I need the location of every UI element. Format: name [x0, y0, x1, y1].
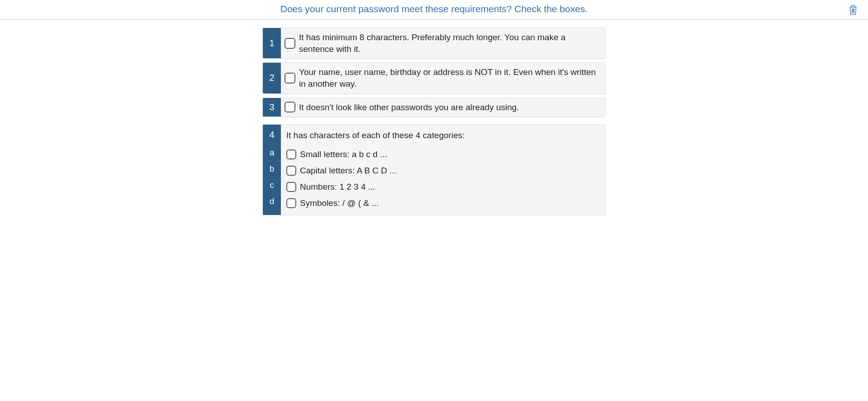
sub-item-b: Capital letters: A B C D ... — [286, 163, 600, 179]
sub-text: Capital letters: A B C D ... — [300, 165, 397, 177]
item-text: Your name, user name, birthday or addres… — [299, 66, 600, 89]
content-area: 1 It has minimum 8 characters. Preferabl… — [262, 28, 606, 215]
sub-item-c: Numbers: 1 2 3 4 ... — [286, 179, 600, 195]
requirement-item-3: 3 It doesn't look like other passwords y… — [262, 98, 606, 117]
page-header: Does your current password meet these re… — [0, 0, 868, 19]
checkbox-1[interactable] — [285, 38, 295, 49]
item-body: It has minimum 8 characters. Preferably … — [281, 28, 605, 58]
item-body: It doesn't look like other passwords you… — [281, 98, 605, 117]
requirement-item-1: 1 It has minimum 8 characters. Preferabl… — [262, 28, 606, 59]
sub-item-a: Small letters: a b c d ... — [286, 146, 600, 163]
item-number: 4 — [263, 125, 281, 145]
checkbox-4d[interactable] — [286, 198, 296, 208]
item-number: 3 — [263, 98, 281, 117]
item-number: 1 — [263, 28, 281, 58]
trash-icon — [847, 3, 859, 16]
sub-letter: b — [263, 161, 281, 177]
item-text: It doesn't look like other passwords you… — [299, 102, 519, 113]
delete-button[interactable] — [846, 3, 860, 16]
checkbox-2[interactable] — [285, 73, 295, 84]
sub-text: Small letters: a b c d ... — [300, 149, 387, 160]
group-right-col: It has characters of each of these 4 cat… — [281, 125, 605, 215]
checkbox-3[interactable] — [285, 102, 295, 112]
checkbox-4b[interactable] — [286, 166, 296, 176]
sub-text: Numbers: 1 2 3 4 ... — [300, 181, 375, 193]
sub-letter: c — [263, 177, 281, 193]
item-text: It has minimum 8 characters. Preferably … — [299, 32, 600, 55]
requirement-item-2: 2 Your name, user name, birthday or addr… — [262, 62, 606, 93]
item-body: Your name, user name, birthday or addres… — [281, 63, 605, 93]
page-title: Does your current password meet these re… — [280, 4, 588, 14]
sub-letter: a — [263, 145, 281, 161]
sub-text: Symboles: / @ ( & ... — [300, 197, 379, 209]
sub-letter: d — [263, 193, 281, 210]
checkbox-4c[interactable] — [286, 182, 296, 192]
sub-item-d: Symboles: / @ ( & ... — [286, 195, 600, 211]
group-title: It has characters of each of these 4 cat… — [286, 126, 600, 145]
requirement-item-4: 4 a b c d It has characters of each of t… — [262, 124, 606, 215]
checkbox-4a[interactable] — [286, 149, 296, 159]
group-left-col: 4 a b c d — [263, 125, 281, 215]
item-number: 2 — [263, 63, 281, 93]
